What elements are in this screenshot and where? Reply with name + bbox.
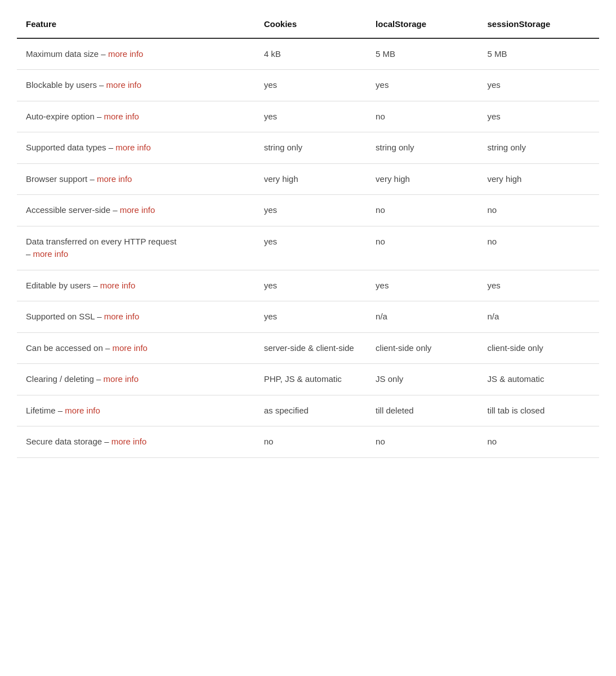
sessionstorage-cell-auto-expire-option: yes bbox=[488, 101, 599, 132]
more-info-link-max-data-size[interactable]: more info bbox=[108, 49, 144, 59]
cookies-cell-supported-data-types: string only bbox=[264, 132, 376, 164]
more-info-link-clearing-deleting[interactable]: more info bbox=[104, 374, 139, 384]
feature-cell-supported-on-ssl: Supported on SSL – more info bbox=[17, 301, 264, 333]
table-row: Supported data types – more infostring o… bbox=[17, 132, 599, 164]
table-row: Maximum data size – more info4 kB5 MB5 M… bbox=[17, 38, 599, 70]
localstorage-cell-clearing-deleting: JS only bbox=[376, 364, 487, 395]
feature-cell-lifetime: Lifetime – more info bbox=[17, 395, 264, 426]
localstorage-cell-data-transferred-http: no bbox=[376, 226, 487, 270]
feature-cell-secure-data-storage: Secure data storage – more info bbox=[17, 426, 264, 458]
table-row: Accessible server-side – more infoyesnon… bbox=[17, 195, 599, 226]
sessionstorage-cell-max-data-size: 5 MB bbox=[488, 38, 599, 70]
sessionstorage-cell-clearing-deleting: JS & automatic bbox=[488, 364, 599, 395]
feature-label: Auto-expire option – bbox=[26, 112, 104, 121]
more-info-link-supported-data-types[interactable]: more info bbox=[115, 143, 151, 152]
more-info-link-blockable-by-users[interactable]: more info bbox=[106, 80, 142, 90]
table-row: Supported on SSL – more infoyesn/an/a bbox=[17, 301, 599, 333]
sessionstorage-cell-blockable-by-users: yes bbox=[488, 70, 599, 101]
comparison-table-container: Feature Cookies localStorage sessionStor… bbox=[0, 0, 616, 469]
feature-label: Accessible server-side – bbox=[26, 205, 120, 215]
sessionstorage-cell-browser-support: very high bbox=[488, 163, 599, 195]
table-row: Lifetime – more infoas specifiedtill del… bbox=[17, 395, 599, 426]
cookies-cell-editable-by-users: yes bbox=[264, 270, 376, 301]
feature-label: Browser support – bbox=[26, 174, 97, 184]
table-header-row: Feature Cookies localStorage sessionStor… bbox=[17, 11, 599, 38]
feature-cell-auto-expire-option: Auto-expire option – more info bbox=[17, 101, 264, 132]
comparison-table: Feature Cookies localStorage sessionStor… bbox=[17, 11, 599, 458]
cookies-cell-lifetime: as specified bbox=[264, 395, 376, 426]
localstorage-cell-editable-by-users: yes bbox=[376, 270, 487, 301]
table-row: Blockable by users – more infoyesyesyes bbox=[17, 70, 599, 101]
sessionstorage-cell-supported-on-ssl: n/a bbox=[488, 301, 599, 333]
cookies-cell-blockable-by-users: yes bbox=[264, 70, 376, 101]
feature-cell-blockable-by-users: Blockable by users – more info bbox=[17, 70, 264, 101]
cookies-cell-data-transferred-http: yes bbox=[264, 226, 376, 270]
table-row: Data transferred on every HTTP request –… bbox=[17, 226, 599, 270]
more-info-link-browser-support[interactable]: more info bbox=[97, 174, 132, 184]
feature-cell-supported-data-types: Supported data types – more info bbox=[17, 132, 264, 164]
feature-cell-clearing-deleting: Clearing / deleting – more info bbox=[17, 364, 264, 395]
sessionstorage-cell-lifetime: till tab is closed bbox=[488, 395, 599, 426]
localstorage-cell-can-be-accessed-on: client-side only bbox=[376, 332, 487, 364]
localstorage-cell-browser-support: very high bbox=[376, 163, 487, 195]
cookies-cell-can-be-accessed-on: server-side & client-side bbox=[264, 332, 376, 364]
feature-cell-editable-by-users: Editable by users – more info bbox=[17, 270, 264, 301]
cookies-cell-supported-on-ssl: yes bbox=[264, 301, 376, 333]
feature-cell-can-be-accessed-on: Can be accessed on – more info bbox=[17, 332, 264, 364]
localstorage-cell-supported-on-ssl: n/a bbox=[376, 301, 487, 333]
table-row: Clearing / deleting – more infoPHP, JS &… bbox=[17, 364, 599, 395]
sessionstorage-cell-supported-data-types: string only bbox=[488, 132, 599, 164]
feature-cell-browser-support: Browser support – more info bbox=[17, 163, 264, 195]
localstorage-cell-max-data-size: 5 MB bbox=[376, 38, 487, 70]
sessionstorage-cell-editable-by-users: yes bbox=[488, 270, 599, 301]
col-header-sessionstorage: sessionStorage bbox=[488, 11, 599, 38]
cookies-cell-clearing-deleting: PHP, JS & automatic bbox=[264, 364, 376, 395]
feature-cell-accessible-server-side: Accessible server-side – more info bbox=[17, 195, 264, 226]
cookies-cell-auto-expire-option: yes bbox=[264, 101, 376, 132]
more-info-link-supported-on-ssl[interactable]: more info bbox=[104, 312, 140, 321]
cookies-cell-browser-support: very high bbox=[264, 163, 376, 195]
feature-label: Can be accessed on – bbox=[26, 343, 112, 353]
table-row: Secure data storage – more infononono bbox=[17, 426, 599, 458]
sessionstorage-cell-can-be-accessed-on: client-side only bbox=[488, 332, 599, 364]
sessionstorage-cell-secure-data-storage: no bbox=[488, 426, 599, 458]
cookies-cell-secure-data-storage: no bbox=[264, 426, 376, 458]
more-info-link-can-be-accessed-on[interactable]: more info bbox=[112, 343, 148, 353]
localstorage-cell-secure-data-storage: no bbox=[376, 426, 487, 458]
feature-label: Editable by users – bbox=[26, 281, 100, 290]
table-row: Auto-expire option – more infoyesnoyes bbox=[17, 101, 599, 132]
col-header-feature: Feature bbox=[17, 11, 264, 38]
feature-label: Blockable by users – bbox=[26, 80, 106, 90]
cookies-cell-accessible-server-side: yes bbox=[264, 195, 376, 226]
feature-label: Clearing / deleting – bbox=[26, 374, 104, 384]
localstorage-cell-supported-data-types: string only bbox=[376, 132, 487, 164]
feature-label: Supported data types – bbox=[26, 143, 115, 152]
more-info-link-secure-data-storage[interactable]: more info bbox=[111, 437, 147, 446]
col-header-localstorage: localStorage bbox=[376, 11, 487, 38]
sessionstorage-cell-accessible-server-side: no bbox=[488, 195, 599, 226]
table-row: Editable by users – more infoyesyesyes bbox=[17, 270, 599, 301]
feature-cell-data-transferred-http: Data transferred on every HTTP request –… bbox=[17, 226, 264, 270]
feature-label: Supported on SSL – bbox=[26, 312, 104, 321]
feature-label: Maximum data size – bbox=[26, 49, 108, 59]
more-info-link-editable-by-users[interactable]: more info bbox=[100, 281, 136, 290]
more-info-link-data-transferred-http[interactable]: more info bbox=[33, 249, 69, 259]
cookies-cell-max-data-size: 4 kB bbox=[264, 38, 376, 70]
table-row: Browser support – more infovery highvery… bbox=[17, 163, 599, 195]
localstorage-cell-lifetime: till deleted bbox=[376, 395, 487, 426]
col-header-cookies: Cookies bbox=[264, 11, 376, 38]
more-info-link-accessible-server-side[interactable]: more info bbox=[120, 205, 155, 215]
localstorage-cell-accessible-server-side: no bbox=[376, 195, 487, 226]
feature-cell-max-data-size: Maximum data size – more info bbox=[17, 38, 264, 70]
localstorage-cell-blockable-by-users: yes bbox=[376, 70, 487, 101]
more-info-link-auto-expire-option[interactable]: more info bbox=[104, 112, 139, 121]
feature-label: Secure data storage – bbox=[26, 437, 111, 446]
table-row: Can be accessed on – more infoserver-sid… bbox=[17, 332, 599, 364]
more-info-link-lifetime[interactable]: more info bbox=[65, 406, 100, 415]
localstorage-cell-auto-expire-option: no bbox=[376, 101, 487, 132]
feature-label: Data transferred on every HTTP request bbox=[26, 237, 176, 246]
feature-label: Lifetime – bbox=[26, 406, 65, 415]
sessionstorage-cell-data-transferred-http: no bbox=[488, 226, 599, 270]
